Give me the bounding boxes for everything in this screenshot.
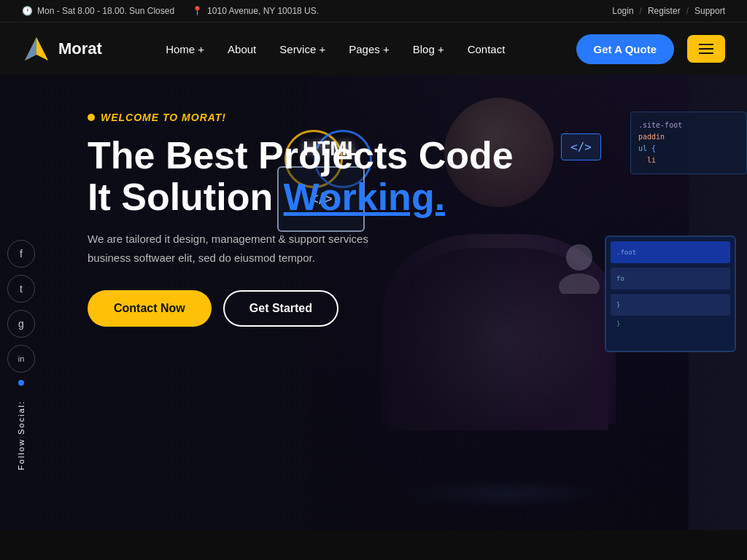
hours-text: Mon - Sat 8.00 - 18.00. Sun Closed [37,6,174,16]
hero-section: HTML </> </> .site-foot paddin ul { li .… [0,75,747,530]
tag-prefix: WELCOME TO [101,112,182,123]
logo[interactable]: Morat [22,34,102,63]
hero-description: We are tailored it design, management & … [88,230,409,267]
hero-title-line2: It Solution Working. [88,176,514,218]
contact-now-button[interactable]: Contact Now [88,290,212,327]
header-actions: Get A Quote [569,34,725,64]
menu-bar-2 [699,48,713,50]
google-icon: g [18,318,24,330]
sep2: / [686,6,689,16]
screen-row-2: fo [611,268,730,289]
topbar: 🕐 Mon - Sat 8.00 - 18.00. Sun Closed 📍 1… [0,0,747,23]
title-highlight: Working. [284,176,445,218]
nav-contact[interactable]: Contact [457,37,516,61]
svg-point-3 [559,273,600,294]
nav-pages[interactable]: Pages + [338,37,399,61]
user-svg [557,243,601,294]
get-started-button[interactable]: Get Started [223,290,338,327]
hero-tag: WELCOME TO MORAT! [88,112,514,123]
tag-dot [88,114,95,121]
register-link[interactable]: Register [648,6,681,16]
facebook-icon: f [20,248,23,260]
hamburger-menu-button[interactable] [687,35,725,63]
topbar-left: 🕐 Mon - Sat 8.00 - 18.00. Sun Closed 📍 1… [22,6,319,16]
main-nav: Home + About Service + Pages + Blog + Co… [155,37,515,61]
desc-line2: business softwaer elit, sed do eiusmod t… [88,252,315,264]
screen-row-3: } [611,294,730,316]
address-text: 1010 Avenue, NY 10018 US. [207,6,319,16]
topbar-right: Login / Register / Support [612,6,725,16]
svg-marker-1 [25,37,36,61]
sidebar-social: f t g in Follow Social: [0,128,42,530]
address-item: 📍 1010 Avenue, NY 10018 US. [192,6,319,16]
hero-title: The Best Projects Code It Solution Worki… [88,135,514,218]
google-social-button[interactable]: g [7,310,35,338]
header: Morat Home + About Service + Pages + Blo… [0,23,747,75]
code-line-1: .site-foot [638,120,739,131]
nav-blog[interactable]: Blog + [403,37,454,61]
code-tag: </> [561,133,601,160]
code-tag-text: </> [570,140,592,154]
logo-icon [22,34,51,63]
svg-point-2 [566,244,592,271]
follow-dot [18,380,24,386]
nav-service[interactable]: Service + [269,37,336,61]
hours-item: 🕐 Mon - Sat 8.00 - 18.00. Sun Closed [22,6,174,16]
facebook-social-button[interactable]: f [7,240,35,268]
get-quote-button[interactable]: Get A Quote [576,34,674,64]
code-overlay: .site-foot paddin ul { li [630,112,747,174]
nav-home[interactable]: Home + [155,37,214,61]
user-silhouette-icon [557,243,601,303]
hero-title-line1: The Best Projects Code [88,135,514,176]
login-link[interactable]: Login [612,6,633,16]
support-link[interactable]: Support [694,6,725,16]
follow-label: Follow Social: [17,400,26,470]
nav-about[interactable]: About [217,37,266,61]
instagram-icon: in [18,354,25,363]
location-icon: 📍 [192,6,203,16]
clock-icon: 🕐 [22,6,33,16]
logo-icon-wrapper [22,34,51,63]
hero-content: WELCOME TO MORAT! The Best Projects Code… [88,112,514,327]
desc-line1: We are tailored it design, management & … [88,233,368,245]
screen-row-4: } [611,320,730,327]
code-line-3: ul { [638,143,739,155]
title-line2-text: It Solution [88,176,284,218]
hero-buttons: Contact Now Get Started [88,290,514,327]
code-line-4: li [638,155,739,166]
twitter-icon: t [20,283,23,295]
code-line-2: paddin [638,131,739,143]
twitter-social-button[interactable]: t [7,275,35,303]
tag-brand: MORAT! [182,112,226,123]
sep1: / [640,6,642,16]
screen-row-1: .foot [611,241,730,263]
screen-overlay: .foot fo } } [605,236,736,352]
tag-text: WELCOME TO MORAT! [101,112,226,123]
menu-bar-3 [699,52,713,54]
logo-text: Morat [58,39,102,58]
menu-bar-1 [699,44,713,45]
instagram-social-button[interactable]: in [7,345,35,373]
